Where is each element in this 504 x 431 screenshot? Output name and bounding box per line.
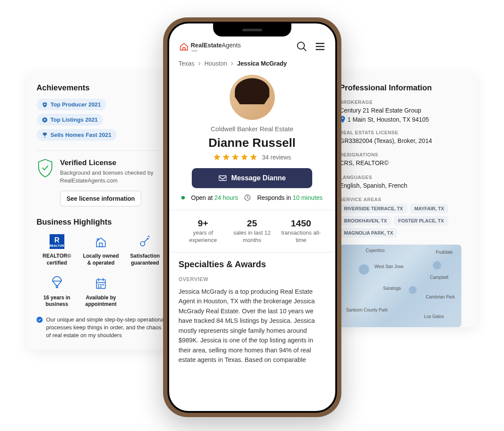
stat-years: 9+ years of experience	[179, 218, 228, 244]
highlights-heading: Business Highlights	[37, 218, 165, 227]
key-icon	[137, 234, 152, 249]
open-dot	[181, 196, 185, 199]
overview-label: OVERVIEW	[179, 276, 326, 282]
svg-point-9	[98, 286, 99, 287]
phone-notch	[213, 23, 291, 36]
verified-section: Verified License Background and licenses…	[37, 159, 165, 185]
breadcrumb-item[interactable]: Houston	[204, 60, 227, 67]
highlight-satisfaction: Satisfaction guaranteed	[125, 233, 165, 266]
shield-check-icon	[37, 159, 54, 178]
highlight-appointment: Available by appointment	[80, 275, 121, 308]
star-icon	[213, 153, 221, 161]
star-circle-icon	[42, 117, 48, 123]
license-info-button[interactable]: See license information	[60, 191, 141, 206]
service-area-map[interactable]: Cupertino Fruitdale West San Jose Campbe…	[340, 245, 461, 327]
app-logo[interactable]: RealEstateAgents .com	[179, 41, 241, 52]
svg-point-12	[297, 42, 304, 49]
highlight-bullet: Our unique and simple step-by-step opera…	[37, 316, 165, 340]
license-section: REAL ESTATE LICENSE GR3382004 (Texas), B…	[340, 130, 477, 146]
chevron-right-icon	[230, 61, 234, 66]
service-tag: MAGNOLIA PARK, TX	[340, 228, 397, 238]
service-tag: RIVERSIDE TERRACE, TX	[340, 204, 407, 213]
agent-name: Dianne Russell	[179, 136, 326, 150]
agent-rating: 34 reviews	[179, 153, 326, 161]
stat-sales: 25 sales in last 12 months	[227, 218, 277, 244]
verified-desc: Background and licenses checked by RealE…	[60, 169, 165, 185]
svg-text:$: $	[56, 285, 57, 288]
app-header: RealEstateAgents .com	[179, 41, 326, 52]
brokerage-section: BROKERAGE Century 21 Real Estate Group 1…	[340, 99, 477, 123]
star-icon	[222, 153, 230, 161]
agent-brokerage: Coldwell Banker Real Estate	[179, 125, 326, 133]
calendar-icon	[93, 276, 108, 291]
svg-point-7	[100, 284, 101, 285]
highlight-realtor: RREALTOR REALTOR© certified	[37, 233, 77, 266]
languages-section: LANGUAGES English, Spanish, French	[340, 175, 477, 190]
search-icon[interactable]	[296, 41, 307, 52]
highlight-years: $ 16 years in business	[37, 275, 77, 308]
star-icon	[240, 153, 248, 161]
stat-transactions: 1450 transactions all-time	[277, 218, 326, 244]
service-area-tags: RIVERSIDE TERRACE, TX MAYFAIR, TX BROOKH…	[340, 204, 477, 238]
service-tag: BROOKHAVEN, TX	[340, 216, 391, 225]
svg-point-6	[98, 284, 99, 285]
svg-point-8	[103, 284, 103, 285]
realtor-icon: RREALTOR	[50, 234, 64, 249]
achievements-heading: Achievements	[37, 83, 165, 93]
phone-mockup: RealEstateAgents .com Texas Houston	[163, 17, 341, 417]
review-count[interactable]: 34 reviews	[262, 154, 291, 161]
professional-info-heading: Professional Information	[340, 83, 477, 93]
breadcrumb: Texas Houston Jessica McGrady	[179, 60, 326, 67]
envelope-icon	[218, 175, 227, 182]
status-row: Open at 24 hours Responds in 10 minutes	[179, 194, 326, 201]
professional-info-card: Professional Information BROKERAGE Centu…	[336, 73, 477, 327]
message-agent-button[interactable]: Message Dianne	[192, 168, 312, 188]
trophy-icon	[42, 132, 48, 138]
service-tag: MAYFAIR, TX	[410, 204, 449, 213]
highlights-grid: RREALTOR REALTOR© certified Locally owne…	[37, 233, 165, 308]
badge-sells-fast: Sells Homes Fast 2021	[37, 129, 117, 141]
shield-star-icon	[42, 102, 48, 108]
svg-point-2	[97, 239, 98, 240]
star-icon	[250, 153, 257, 161]
menu-icon[interactable]	[314, 41, 326, 52]
breadcrumb-item[interactable]: Texas	[179, 60, 195, 67]
clock-icon	[244, 194, 251, 201]
svg-rect-1	[100, 243, 103, 247]
badge-top-producer: Top Producer 2021	[37, 99, 106, 110]
verified-title: Verified License	[60, 159, 165, 167]
chevron-right-icon	[198, 61, 201, 66]
agent-stats: 9+ years of experience 25 sales in last …	[179, 210, 326, 252]
overview-text: Jessica McGrady is a top producing Real …	[179, 287, 326, 365]
designations-section: DESIGNATIONS CRS, REALTOR©	[340, 152, 477, 168]
svg-point-10	[100, 286, 101, 287]
achievements-card: Achievements Top Producer 2021 Top Listi…	[27, 73, 175, 350]
highlight-local: Locally owned & operated	[80, 233, 121, 266]
check-circle-icon	[37, 317, 43, 323]
parachute-icon: $	[50, 276, 64, 291]
specialties-heading: Specialties & Awards	[179, 259, 326, 269]
house-logo-icon	[179, 42, 189, 51]
star-icon	[231, 153, 239, 161]
house-icon	[93, 234, 108, 249]
service-areas-section: SERVICE AREAS RIVERSIDE TERRACE, TX MAYF…	[340, 197, 477, 238]
agent-avatar	[230, 75, 275, 120]
breadcrumb-current: Jessica McGrady	[237, 60, 287, 67]
badge-top-listings: Top Listings 2021	[37, 114, 103, 126]
service-tag: FOSTER PLACE, TX	[394, 216, 448, 225]
badge-row: Top Producer 2021 Top Listings 2021 Sell…	[37, 99, 165, 141]
